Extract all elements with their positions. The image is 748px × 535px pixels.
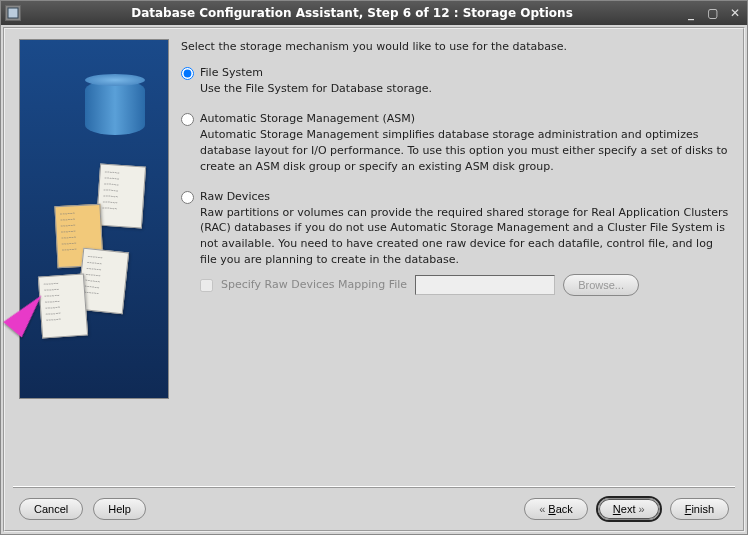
option-asm: Automatic Storage Management (ASM) Autom… [181,111,729,175]
window-title: Database Configuration Assistant, Step 6… [27,6,677,20]
svg-rect-0 [8,8,18,18]
prompt-text: Select the storage mechanism you would l… [181,39,729,55]
finish-button[interactable]: Finish [670,498,729,520]
cancel-button[interactable]: Cancel [19,498,83,520]
close-button[interactable]: ✕ [727,6,743,20]
back-button[interactable]: « Back [524,498,588,520]
option-label[interactable]: File System [200,65,263,81]
radio-raw[interactable] [181,191,194,204]
mapping-label: Specify Raw Devices Mapping File [221,277,407,293]
main-pane: Select the storage mechanism you would l… [181,39,729,480]
app-icon [5,5,21,21]
browse-button: Browse... [563,274,639,296]
mapping-file-input [415,275,555,295]
titlebar: Database Configuration Assistant, Step 6… [1,1,747,25]
chevron-right-icon: » [635,503,644,515]
option-desc: Use the File System for Database storage… [200,81,729,97]
separator [13,486,735,488]
content: Select the storage mechanism you would l… [3,27,745,532]
option-desc: Raw partitions or volumes can provide th… [200,205,729,269]
footer: Cancel Help « Back Next » Finish [5,494,743,530]
dbca-window: Database Configuration Assistant, Step 6… [0,0,748,535]
next-button[interactable]: Next » [598,498,660,520]
help-button[interactable]: Help [93,498,146,520]
chevron-left-icon: « [539,503,548,515]
option-raw: Raw Devices Raw partitions or volumes ca… [181,189,729,297]
maximize-button[interactable]: ▢ [705,6,721,20]
minimize-button[interactable]: _ [683,6,699,20]
mapping-checkbox [200,279,213,292]
radio-asm[interactable] [181,113,194,126]
wizard-illustration [19,39,169,399]
option-label[interactable]: Raw Devices [200,189,270,205]
radio-file-system[interactable] [181,67,194,80]
option-desc: Automatic Storage Management simplifies … [200,127,729,175]
mapping-row: Specify Raw Devices Mapping File Browse.… [200,274,729,296]
option-label[interactable]: Automatic Storage Management (ASM) [200,111,415,127]
option-file-system: File System Use the File System for Data… [181,65,729,97]
